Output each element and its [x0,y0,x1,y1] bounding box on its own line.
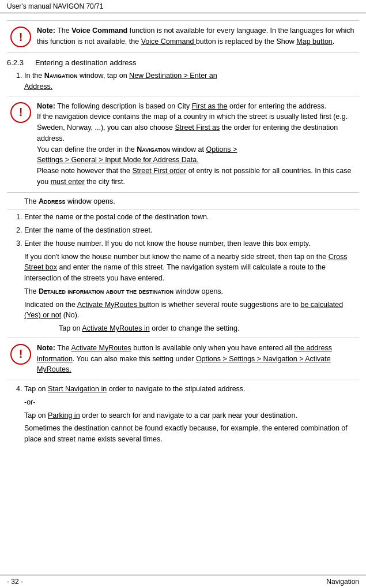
activate-u2: be calculated (Yes) or not [24,301,343,320]
note1-bold: Note: [37,27,55,35]
step-list2-2: Enter the name of the destination street… [24,225,359,236]
step-4: Tap on Start Navigation in order to navi… [24,384,359,395]
note2-u4: Street First order [132,167,186,175]
address-sc: Address [39,197,66,205]
note2-p4: Please note however that the Street Firs… [37,166,356,188]
page-footer: - 32 - Navigation [0,575,366,588]
start-nav-u: Start Navigation in [48,385,107,393]
or-block: -or- Tap on Parking in order to search f… [24,397,359,445]
note-icon-3: ! [10,344,31,365]
header-title: User's manual NAVIGON 70/71 [7,2,103,10]
note2-p3: You can define the order in the Navigati… [37,144,356,166]
note2-bold1: Note: [37,102,55,110]
detailed-window-p: The Detailed information about the desti… [24,286,359,297]
note-text-1: Note: The Voice Command function is not … [37,25,356,47]
nav-smallcaps-1: Navigation [44,72,78,80]
step-list2-3: Enter the house number. If you do not kn… [24,238,359,249]
activate-u1: Activate MyRoutes bu [77,301,148,309]
main-content: ! Note: The Voice Command function is no… [0,13,366,470]
parking-u: Parking in [48,411,80,420]
tap-activate-u: Activate MyRoutes in [82,324,149,332]
note3-u1: Activate MyRoutes [71,344,131,352]
note1-vc-underline: Voice Command [141,38,196,46]
note-text-3: Note: The Activate MyRoutes button is av… [37,343,356,375]
steps-list-2: Enter the name or the postal code of the… [7,212,359,249]
note1-map-underline: Map button [296,38,333,46]
step-list2-1: Enter the name or the postal code of the… [24,212,359,223]
section-title: Entering a destination address [35,58,137,67]
step-1: In the Navigation window, tap on New Des… [24,70,359,92]
tap-activate-p: Tap on Activate MyRoutes in order to cha… [59,323,359,334]
cross-street-u: Cross Street box [24,253,347,272]
note2-u1: First as the [192,102,228,110]
note-text-2: Note: The following description is based… [37,101,356,188]
note-box-3: ! Note: The Activate MyRoutes button is … [7,338,359,380]
note-icon-2: ! [10,102,31,123]
footer-left: - 32 - [7,578,23,586]
note3-bold: Note: [37,344,55,352]
note2-u2: Street First as [175,123,220,132]
step1-underline1: New Destination > Enter an [129,72,217,80]
page-header: User's manual NAVIGON 70/71 [0,0,366,13]
sometimes-text: Sometimes the destination cannot be foun… [24,423,359,445]
note2-p2: If the navigation device contains the ma… [37,111,356,144]
steps-list-1: In the Navigation window, tap on New Des… [7,70,359,92]
section-num: 6.2.3 [7,58,24,67]
note-box-2: ! Note: The following description is bas… [7,96,359,193]
note2-u5: must enter [51,178,85,186]
note-box-1: ! Note: The Voice Command function is no… [7,20,359,53]
nav-smallcaps-2: Navigation [137,145,170,153]
footer-right: Navigation [326,578,359,586]
note3-u3: Options > Settings > Navigation > Activa… [37,355,331,374]
note-icon-1: ! [10,27,31,47]
step1-underline2: Address. [24,83,52,91]
indented-cross-street: If you don't know the house number but k… [24,252,359,334]
address-window-text: The Address window opens. [24,196,359,207]
or-text: -or- [24,397,359,408]
cross-street-p: If you don't know the house number but k… [24,252,359,284]
note2-p1: Note: The following description is based… [37,101,356,112]
section-heading: 6.2.3 Entering a destination address [7,58,359,67]
detailed-sc: Detailed information about the destinati… [39,287,173,295]
parking-text: Tap on Parking in order to search for an… [24,410,359,421]
divider-1 [7,209,359,209]
steps-list-3: Tap on Start Navigation in order to navi… [7,384,359,395]
page-container: User's manual NAVIGON 70/71 ! Note: The … [0,0,366,588]
indicated-p: Indicated on the Activate MyRoutes butto… [24,299,359,321]
note1-vc-bold: Voice Command [71,27,127,35]
